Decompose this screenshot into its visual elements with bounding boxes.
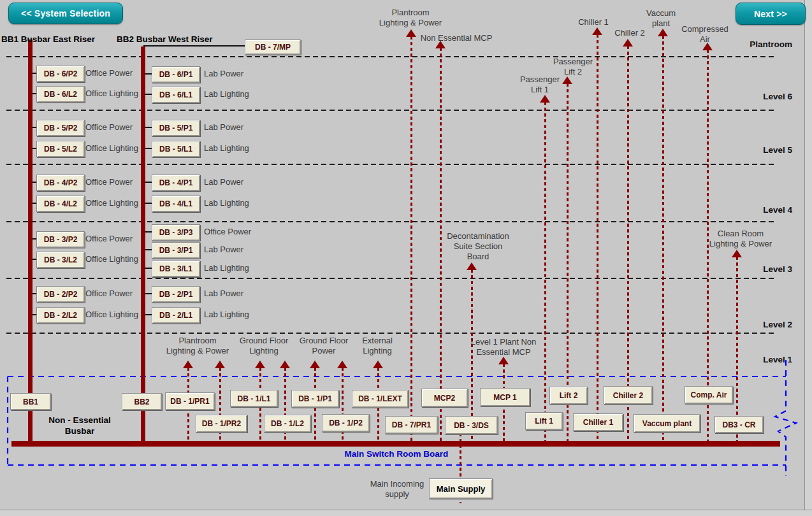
level-label-level-5: Level 5 xyxy=(763,145,792,155)
db-box-db-3-l1[interactable]: DB - 3/L1 xyxy=(152,261,200,277)
next-button[interactable]: Next >> xyxy=(736,3,806,25)
level-label-level-1: Level 1 xyxy=(763,355,792,364)
db-box-db-5-p1[interactable]: DB - 5/P1 xyxy=(152,120,200,136)
db-box-db-3-ds[interactable]: DB - 3/DS xyxy=(445,416,498,434)
db-box-db-5-l1[interactable]: DB - 5/L1 xyxy=(152,141,200,157)
db-box-db-1-pr1[interactable]: DB - 1/PR1 xyxy=(165,392,215,410)
db-box-db3-cr[interactable]: DB3 - CR xyxy=(714,416,764,433)
main-switch-room-board-label: Main Switch Room Board xyxy=(317,449,476,459)
db-circuit-description: Office Power xyxy=(85,177,133,187)
db-circuit-description: Office Power xyxy=(85,68,133,78)
level-label-level-4: Level 4 xyxy=(763,205,792,215)
db-box-mcp-1[interactable]: MCP 1 xyxy=(480,388,530,406)
level-separator-line xyxy=(6,221,776,222)
db-box-db-3-l2[interactable]: DB - 3/L2 xyxy=(36,252,85,268)
system-overview-screen: << System Selection Next >> BB1 Busbar E… xyxy=(0,0,812,516)
feed-label: Ground Floor Lighting xyxy=(240,336,289,356)
db-box-db-6-l2[interactable]: DB - 6/L2 xyxy=(36,86,85,103)
db-box-comp-air[interactable]: Comp. Air xyxy=(685,386,733,404)
db-box-db-3-p3[interactable]: DB - 3/P3 xyxy=(152,224,200,241)
arrow-up-icon xyxy=(255,361,265,368)
db-circuit-description: Office Power xyxy=(204,227,251,236)
db-circuit-description: Lab Power xyxy=(204,289,243,298)
db-box-bb2[interactable]: BB2 xyxy=(122,393,162,410)
arrow-up-icon xyxy=(467,262,477,270)
db-box-db-2-p1[interactable]: DB - 2/P1 xyxy=(152,286,200,303)
db-box-mcp2[interactable]: MCP2 xyxy=(421,389,468,407)
arrow-up-icon xyxy=(732,250,742,257)
db-box-db-5-l2[interactable]: DB - 5/L2 xyxy=(36,141,85,157)
feed-label: Decontamination Suite Section Board xyxy=(447,231,509,262)
arrow-up-icon xyxy=(310,361,320,368)
db-box-db-2-l2[interactable]: DB - 2/L2 xyxy=(36,307,85,324)
arrow-up-icon xyxy=(592,27,602,35)
main-incoming-supply-label: Main Incoming supply xyxy=(370,479,424,499)
level-label-plantroom: Plantroom xyxy=(750,39,792,49)
db-box-db-3-p1[interactable]: DB - 3/P1 xyxy=(152,242,200,259)
connector-tick xyxy=(145,182,152,183)
db-box-db-6-l1[interactable]: DB - 6/L1 xyxy=(152,87,200,103)
feed-label: Chiller 2 xyxy=(614,28,645,38)
arrow-up-icon xyxy=(623,39,633,47)
window-bottom-edge xyxy=(0,510,812,516)
db-circuit-description: Lab Power xyxy=(204,122,243,132)
db-box-db-1-pr2[interactable]: DB - 1/PR2 xyxy=(196,415,247,433)
db-box-chiller-2[interactable]: Chiller 2 xyxy=(604,386,653,405)
db-box-chiller-1[interactable]: Chiller 1 xyxy=(573,413,623,431)
feed-label: Passenger Lift 2 xyxy=(553,57,593,77)
level-label-level-3: Level 3 xyxy=(763,264,792,274)
db-circuit-description: Lab Lighting xyxy=(204,143,249,153)
db-box-lift-1[interactable]: Lift 1 xyxy=(525,412,563,430)
db-circuit-description: Lab Lighting xyxy=(204,198,249,208)
db-box-db-7-mp[interactable]: DB - 7/MP xyxy=(245,39,301,55)
connector-tick xyxy=(145,73,152,75)
db-box-db-4-l2[interactable]: DB - 4/L2 xyxy=(36,196,85,212)
db-box-db-6-p1[interactable]: DB - 6/P1 xyxy=(152,66,200,83)
bb2-riser-header: BB2 Busbar West Riser xyxy=(117,34,213,44)
level-separator-line xyxy=(6,164,776,165)
db-box-db-1-l1[interactable]: DB - 1/L1 xyxy=(230,390,278,407)
db-box-lift-2[interactable]: Lift 2 xyxy=(549,387,588,405)
db-box-db-6-p2[interactable]: DB - 6/P2 xyxy=(36,66,85,82)
db-box-db-7-pr1[interactable]: DB - 7/PR1 xyxy=(385,416,438,434)
db-box-vaccum-plant[interactable]: Vaccum plant xyxy=(634,414,700,433)
db-circuit-description: Office Lighting xyxy=(85,89,138,98)
main-switch-room-busbar xyxy=(11,441,780,447)
feed-line xyxy=(544,102,546,441)
db-box-db-2-l1[interactable]: DB - 2/L1 xyxy=(152,307,200,324)
arrow-up-icon xyxy=(406,29,416,37)
db-circuit-description: Office Power xyxy=(85,234,133,243)
arrow-up-icon xyxy=(183,361,193,368)
arrow-up-icon xyxy=(540,95,550,103)
arrow-up-icon xyxy=(562,76,572,84)
db-circuit-description: Lab Power xyxy=(204,245,243,254)
main-supply-button[interactable]: Main Supply xyxy=(429,478,493,499)
db-box-db-1-lext[interactable]: DB - 1/LEXT xyxy=(352,390,409,408)
level-separator-line xyxy=(6,56,776,57)
feed-line xyxy=(736,257,738,441)
connector-tick xyxy=(145,249,152,250)
db-box-db-1-p1[interactable]: DB - 1/P1 xyxy=(291,390,339,408)
db-box-db-4-p2[interactable]: DB - 4/P2 xyxy=(36,175,85,191)
feed-label: Passenger Lift 1 xyxy=(520,75,560,95)
connector-tick xyxy=(145,231,152,233)
db-box-db-4-p1[interactable]: DB - 4/P1 xyxy=(152,175,200,191)
db-box-db-1-p2[interactable]: DB - 1/P2 xyxy=(322,414,370,432)
db-circuit-description: Office Lighting xyxy=(85,254,138,264)
feed-label: Clean Room Lighting & Power xyxy=(709,229,772,249)
db-box-db-2-p2[interactable]: DB - 2/P2 xyxy=(36,286,85,303)
system-selection-button[interactable]: << System Selection xyxy=(8,3,123,24)
feed-label: Plantroom Lighting & Power xyxy=(166,336,229,356)
db-box-db-1-l2[interactable]: DB - 1/L2 xyxy=(264,415,311,433)
window-right-edge xyxy=(804,0,812,516)
feed-label: Chiller 1 xyxy=(578,17,609,27)
db-box-db-3-p2[interactable]: DB - 3/P2 xyxy=(36,231,85,248)
feed-label: Non Essential MCP xyxy=(421,33,493,43)
connector-tick xyxy=(145,203,152,204)
db-box-db-4-l1[interactable]: DB - 4/L1 xyxy=(152,196,200,212)
db-circuit-description: Lab Lighting xyxy=(204,89,249,99)
db-box-bb1[interactable]: BB1 xyxy=(10,393,51,410)
level-separator-line xyxy=(6,110,776,111)
db-box-db-5-p2[interactable]: DB - 5/P2 xyxy=(36,120,85,136)
connector-tick xyxy=(145,127,152,128)
